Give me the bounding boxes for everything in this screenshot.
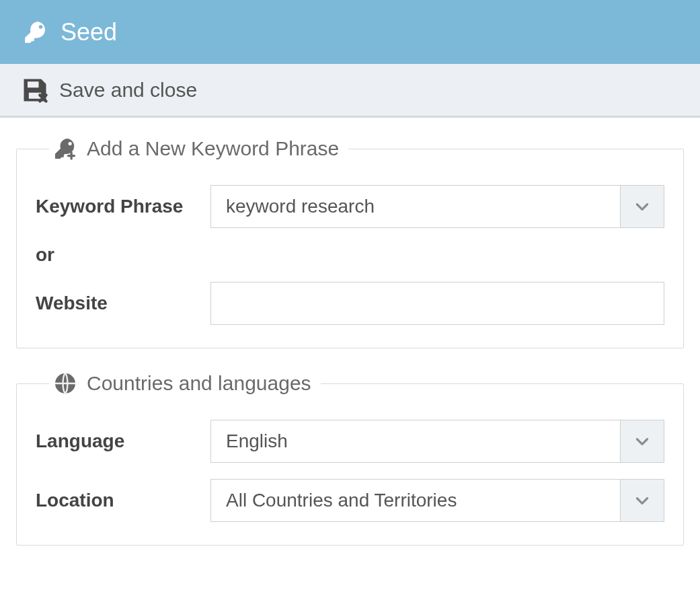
- location-label: Location: [36, 490, 210, 511]
- group-countries-languages-legend: Countries and languages: [49, 371, 321, 396]
- language-field: [210, 420, 664, 463]
- website-input[interactable]: [210, 282, 664, 325]
- save-and-close-button[interactable]: Save and close: [20, 75, 197, 105]
- keyword-phrase-input[interactable]: [210, 185, 620, 228]
- save-and-close-label: Save and close: [59, 79, 197, 102]
- row-keyword-phrase: Keyword Phrase: [36, 185, 664, 228]
- language-label: Language: [36, 431, 210, 452]
- location-dropdown[interactable]: [620, 479, 664, 522]
- or-label: or: [36, 244, 54, 266]
- row-or: or: [36, 244, 664, 266]
- location-input[interactable]: [210, 479, 620, 522]
- language-input[interactable]: [210, 420, 620, 463]
- content-area: Add a New Keyword Phrase Keyword Phrase …: [0, 118, 700, 546]
- keyword-phrase-label: Keyword Phrase: [36, 196, 210, 217]
- key-icon: [23, 20, 48, 45]
- page-header: Seed: [0, 0, 700, 64]
- keyword-phrase-field: [210, 185, 664, 228]
- group-add-keyword: Add a New Keyword Phrase Keyword Phrase …: [16, 137, 684, 348]
- row-location: Location: [36, 479, 664, 522]
- keyword-phrase-dropdown[interactable]: [620, 185, 664, 228]
- group-add-keyword-legend: Add a New Keyword Phrase: [49, 137, 348, 161]
- toolbar: Save and close: [0, 64, 700, 118]
- website-label: Website: [36, 293, 210, 314]
- website-field: [210, 282, 664, 325]
- chevron-down-icon: [633, 433, 651, 450]
- group-countries-languages-legend-text: Countries and languages: [87, 372, 311, 395]
- location-field: [210, 479, 664, 522]
- language-dropdown[interactable]: [620, 420, 664, 463]
- page-title: Seed: [61, 18, 117, 46]
- row-language: Language: [36, 420, 664, 463]
- chevron-down-icon: [633, 492, 651, 509]
- group-add-keyword-legend-text: Add a New Keyword Phrase: [87, 137, 339, 160]
- group-countries-languages: Countries and languages Language Locatio…: [16, 371, 684, 546]
- save-close-icon: [20, 75, 50, 105]
- globe-icon: [53, 371, 77, 396]
- key-plus-icon: [53, 137, 77, 161]
- svg-rect-1: [67, 155, 75, 157]
- row-website: Website: [36, 282, 664, 325]
- chevron-down-icon: [633, 198, 651, 215]
